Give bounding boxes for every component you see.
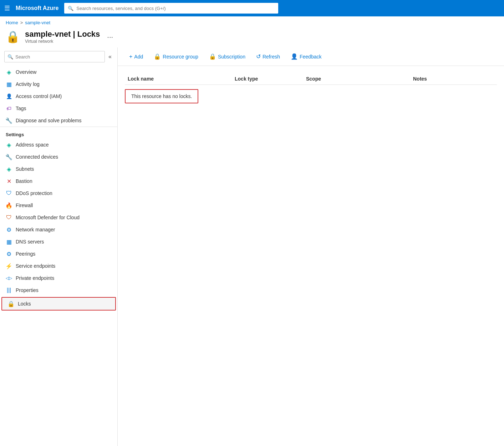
service-endpoints-icon: ⚡ — [6, 263, 12, 269]
sidebar-item-dns-servers[interactable]: ▦ DNS servers — [0, 236, 117, 248]
sidebar-item-label: Access control (IAM) — [16, 93, 62, 99]
breadcrumb-current[interactable]: sample-vnet — [25, 20, 50, 25]
sidebar-search-box[interactable]: 🔍 — [4, 51, 105, 62]
feedback-label: Feedback — [300, 54, 321, 60]
sidebar-item-label: Overview — [16, 69, 36, 75]
feedback-icon: 👤 — [291, 53, 298, 60]
no-locks-text: This resource has no locks. — [131, 93, 192, 99]
sidebar-item-label: Bastion — [16, 178, 32, 184]
connected-devices-icon: 🔧 — [6, 154, 12, 160]
address-space-icon: ◈ — [6, 142, 12, 148]
firewall-icon: 🔥 — [6, 202, 12, 209]
col-scope: Scope — [303, 76, 410, 82]
sidebar-item-ms-defender[interactable]: 🛡 Microsoft Defender for Cloud — [0, 211, 117, 224]
bastion-icon: ✕ — [6, 178, 12, 184]
breadcrumb: Home > sample-vnet — [0, 16, 504, 27]
content-area: + Add 🔒 Resource group 🔒 Subscription ↺ … — [118, 47, 504, 446]
toolbar: + Add 🔒 Resource group 🔒 Subscription ↺ … — [118, 47, 504, 66]
properties-icon: ||| — [6, 287, 12, 293]
sidebar-item-label: DDoS protection — [16, 190, 52, 196]
table-header-row: Lock name Lock type Scope Notes — [125, 73, 497, 85]
sidebar-item-label: DNS servers — [16, 239, 44, 245]
sidebar-item-overview[interactable]: ◈ Overview — [0, 66, 117, 78]
azure-logo: Microsoft Azure — [16, 5, 58, 11]
more-options-button[interactable]: ··· — [107, 33, 113, 41]
sidebar-item-label: Tags — [16, 106, 26, 111]
resource-group-button[interactable]: 🔒 Resource group — [149, 51, 203, 62]
add-button[interactable]: + Add — [125, 51, 147, 62]
global-search-bar[interactable]: 🔍 — [64, 3, 278, 14]
lock-icon-large: 🔒 — [6, 30, 20, 43]
sidebar-item-subnets[interactable]: ◈ Subnets — [0, 163, 117, 175]
peerings-icon: ⚙ — [6, 251, 12, 257]
tags-icon: 🏷 — [6, 105, 12, 112]
sidebar-item-label: Peerings — [16, 251, 35, 257]
sidebar: 🔍 « ◈ Overview ▦ Activity log 👤 Access c… — [0, 47, 118, 446]
refresh-button[interactable]: ↺ Refresh — [252, 51, 284, 62]
sidebar-item-firewall[interactable]: 🔥 Firewall — [0, 199, 117, 211]
activity-log-icon: ▦ — [6, 81, 12, 87]
sidebar-item-service-endpoints[interactable]: ⚡ Service endpoints — [0, 260, 117, 272]
page-header-icon: 🔒 — [6, 30, 20, 44]
sidebar-item-properties[interactable]: ||| Properties — [0, 284, 117, 296]
settings-section-label: Settings — [0, 127, 117, 139]
feedback-button[interactable]: 👤 Feedback — [286, 51, 326, 62]
page-header: 🔒 sample-vnet | Locks Virtual network ··… — [0, 27, 504, 47]
locks-icon: 🔒 — [8, 301, 14, 307]
main-layout: 🔍 « ◈ Overview ▦ Activity log 👤 Access c… — [0, 47, 504, 446]
sidebar-item-label: Activity log — [16, 81, 40, 87]
breadcrumb-home[interactable]: Home — [6, 20, 18, 25]
subscription-button[interactable]: 🔒 Subscription — [205, 51, 250, 62]
page-title: sample-vnet | Locks — [25, 30, 100, 39]
sidebar-item-private-endpoints[interactable]: ◁▷ Private endpoints — [0, 272, 117, 284]
sidebar-item-ddos-protection[interactable]: 🛡 DDoS protection — [0, 187, 117, 199]
sidebar-item-label: Diagnose and solve problems — [16, 118, 81, 123]
page-subtitle: Virtual network — [25, 39, 100, 44]
sidebar-item-label: Network manager — [16, 227, 55, 232]
sidebar-item-bastion[interactable]: ✕ Bastion — [0, 175, 117, 187]
sidebar-item-connected-devices[interactable]: 🔧 Connected devices — [0, 151, 117, 163]
breadcrumb-separator: > — [20, 20, 23, 25]
subnets-icon: ◈ — [6, 166, 12, 172]
add-label: Add — [134, 54, 143, 60]
sidebar-item-tags[interactable]: 🏷 Tags — [0, 102, 117, 114]
sidebar-item-label: Service endpoints — [16, 263, 55, 269]
network-manager-icon: ⚙ — [6, 226, 12, 233]
sidebar-item-label: Properties — [16, 287, 39, 293]
access-control-icon: 👤 — [6, 93, 12, 99]
sidebar-item-label: Subnets — [16, 166, 34, 172]
sidebar-collapse-button[interactable]: « — [107, 52, 113, 61]
col-notes: Notes — [410, 76, 497, 82]
ms-defender-icon: 🛡 — [6, 214, 12, 221]
sidebar-item-locks[interactable]: 🔒 Locks — [1, 297, 116, 311]
resource-group-icon: 🔒 — [154, 53, 161, 60]
sidebar-item-diagnose[interactable]: 🔧 Diagnose and solve problems — [0, 114, 117, 127]
search-icon: 🔍 — [68, 6, 73, 11]
subscription-icon: 🔒 — [209, 53, 216, 60]
sidebar-search-input[interactable] — [15, 54, 102, 60]
global-search-input[interactable] — [76, 6, 275, 11]
refresh-label: Refresh — [263, 54, 280, 60]
refresh-icon: ↺ — [256, 53, 261, 60]
sidebar-item-access-control[interactable]: 👤 Access control (IAM) — [0, 90, 117, 102]
sidebar-item-label: Private endpoints — [16, 275, 54, 281]
private-endpoints-icon: ◁▷ — [6, 275, 12, 281]
sidebar-item-label: Connected devices — [16, 154, 58, 160]
sidebar-item-label: Locks — [18, 301, 31, 307]
overview-icon: ◈ — [6, 69, 12, 75]
ddos-protection-icon: 🛡 — [6, 190, 12, 196]
hamburger-menu[interactable]: ☰ — [4, 4, 10, 12]
sidebar-item-address-space[interactable]: ◈ Address space — [0, 139, 117, 151]
sidebar-item-peerings[interactable]: ⚙ Peerings — [0, 248, 117, 260]
top-navigation-bar: ☰ Microsoft Azure 🔍 — [0, 0, 504, 16]
col-lock-type: Lock type — [232, 76, 303, 82]
sidebar-item-label: Microsoft Defender for Cloud — [16, 215, 80, 220]
sidebar-item-activity-log[interactable]: ▦ Activity log — [0, 78, 117, 90]
col-lock-name: Lock name — [125, 76, 232, 82]
subscription-label: Subscription — [218, 54, 245, 60]
sidebar-item-network-manager[interactable]: ⚙ Network manager — [0, 224, 117, 236]
locks-table: Lock name Lock type Scope Notes This res… — [118, 66, 504, 111]
add-icon: + — [129, 53, 132, 60]
no-locks-message-box: This resource has no locks. — [125, 89, 198, 103]
sidebar-search-icon: 🔍 — [7, 54, 13, 60]
